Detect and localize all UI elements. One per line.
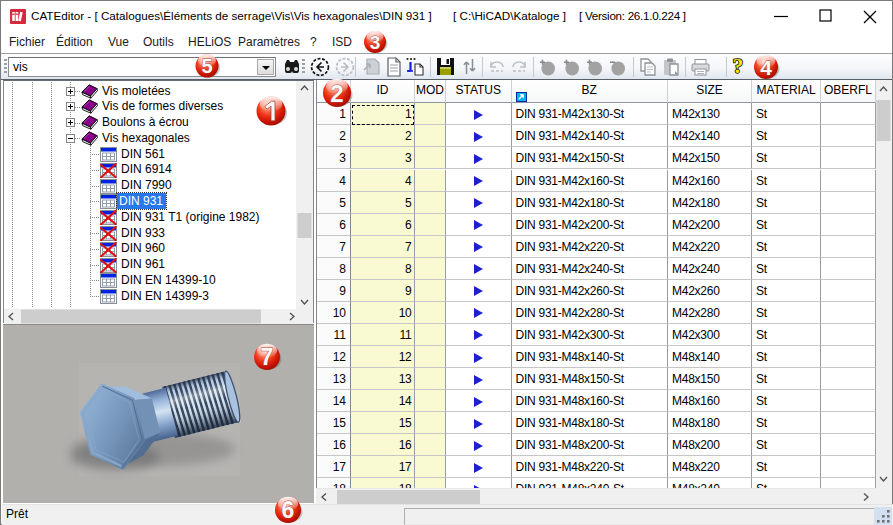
svg-text:?: ? bbox=[733, 57, 744, 77]
